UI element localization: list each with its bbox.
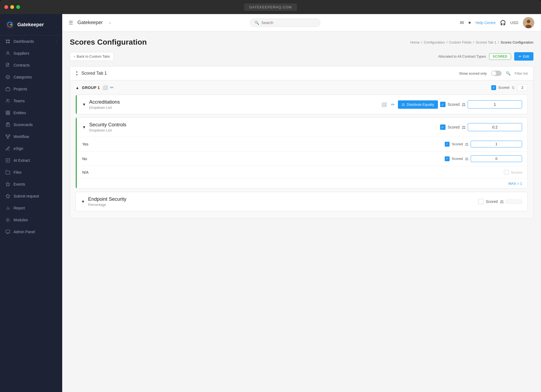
sidebar-item-entities[interactable]: Entities xyxy=(0,107,62,119)
breadcrumb-current: Scores Configuration xyxy=(501,40,533,44)
group-edit-icon[interactable]: ✏ xyxy=(110,85,114,90)
sidebar-item-files[interactable]: Files xyxy=(0,166,62,178)
search-box[interactable]: 🔍 xyxy=(250,19,320,27)
row-label: Yes xyxy=(82,142,445,146)
topnav-arrow: › xyxy=(109,21,111,25)
balance-scale-icon[interactable]: ⚖ xyxy=(462,102,466,107)
field-name: Security Controls xyxy=(89,122,437,128)
field-card-content: ▼ Endpoint Security Percentage Scored ⚖ xyxy=(76,192,527,211)
sidebar-item-dashboards[interactable]: Dashboards › xyxy=(0,35,62,47)
field-card-content: ▼ Security Controls Dropdown List ✓ Scor… xyxy=(77,118,527,188)
sidebar-item-projects[interactable]: Projects xyxy=(0,83,62,95)
menu-icon[interactable]: ☰ xyxy=(69,20,73,26)
page-content: Scores Configuration Home / Configuratio… xyxy=(62,31,541,392)
field-info: Accreditations Dropdown List xyxy=(89,99,377,110)
field-scored-checkbox-empty[interactable] xyxy=(478,199,484,204)
breadcrumb-home[interactable]: Home xyxy=(410,40,420,44)
field-scored-checkbox[interactable]: ✓ xyxy=(440,124,446,130)
row-score-input[interactable] xyxy=(471,141,522,147)
svg-rect-1 xyxy=(6,39,7,41)
row-actions: ✓ Scored ⚖ xyxy=(445,141,522,147)
sidebar-item-modules[interactable]: Modules xyxy=(0,214,62,226)
search-icon: 🔍 xyxy=(255,21,259,25)
sidebar-item-label: Categories xyxy=(14,75,32,79)
field-chevron-icon[interactable]: ▼ xyxy=(81,199,85,204)
svg-point-5 xyxy=(7,52,9,53)
avatar-image xyxy=(523,17,534,28)
group-container: ▲ GROUP 1 ⬜ ✏ ✓ Scored ⇅ 2 xyxy=(70,80,533,219)
sidebar-item-suppliers[interactable]: Suppliers xyxy=(0,47,62,59)
search-input[interactable] xyxy=(261,21,316,25)
field-row-na: N/A Scored xyxy=(77,166,527,179)
breadcrumb-sep: / xyxy=(421,40,422,44)
field-header-endpoint-security: ▼ Endpoint Security Percentage Scored ⚖ xyxy=(76,192,527,211)
row-check-na[interactable] xyxy=(504,170,509,175)
sidebar-item-teams[interactable]: Teams xyxy=(0,95,62,107)
currency-button[interactable]: USD xyxy=(510,21,518,25)
breadcrumb-custom-fields[interactable]: Custom Fields xyxy=(449,40,471,44)
minimize-button[interactable] xyxy=(10,5,14,9)
help-centre-button[interactable]: Help Centre xyxy=(476,21,496,25)
sidebar-item-label: Teams xyxy=(14,99,25,103)
row-balance-icon[interactable]: ⚖ xyxy=(465,142,469,146)
show-scored-label: Show scored only xyxy=(459,71,487,75)
field-copy-icon[interactable]: ⬜ xyxy=(380,101,388,108)
folder-icon xyxy=(5,170,10,175)
field-edit-icon[interactable]: ✏ xyxy=(390,101,396,108)
group-copy-icon[interactable]: ⬜ xyxy=(103,85,108,90)
group-scored-checkbox[interactable]: ✓ xyxy=(491,85,496,90)
svg-point-44 xyxy=(526,25,532,29)
field-chevron-icon[interactable]: ▼ xyxy=(82,125,86,129)
sidebar-item-submit-request[interactable]: Submit request xyxy=(0,190,62,202)
svg-rect-24 xyxy=(7,137,9,139)
sidebar-item-events[interactable]: Events xyxy=(0,178,62,190)
row-check-yes[interactable]: ✓ xyxy=(445,142,450,147)
pen-icon xyxy=(5,146,10,151)
topnav-actions: ✉ ● Help Centre 🎧 USD xyxy=(460,17,535,29)
distribute-equally-button[interactable]: ⚖ Distribute Equally xyxy=(398,100,438,109)
close-button[interactable] xyxy=(4,5,8,9)
filter-list-button[interactable]: Filter list xyxy=(515,71,528,75)
building-icon xyxy=(5,110,10,115)
sidebar-item-workflow[interactable]: Workflow xyxy=(0,131,62,143)
avatar[interactable] xyxy=(523,17,535,29)
field-score-input-inactive xyxy=(506,200,522,203)
field-type: Dropdown List xyxy=(89,106,377,110)
support-icon[interactable]: 🎧 xyxy=(500,20,506,26)
sidebar-item-report[interactable]: Report xyxy=(0,202,62,214)
field-scored-checkbox[interactable]: ✓ xyxy=(440,102,446,107)
field-scored-label: Scored xyxy=(448,125,460,129)
back-to-custom-tabs-button[interactable]: ‹ Back to Custom Tabs xyxy=(70,52,114,61)
group-chevron-icon[interactable]: ▲ xyxy=(75,85,79,90)
show-scored-toggle[interactable] xyxy=(491,71,502,76)
field-score-input[interactable] xyxy=(468,123,522,131)
field-card-inner: ▼ Security Controls Dropdown List ✓ Scor… xyxy=(76,118,527,188)
mail-icon[interactable]: ✉ xyxy=(460,20,464,26)
row-score-input[interactable] xyxy=(471,155,522,162)
user-icon xyxy=(5,51,10,56)
sidebar-arrow: › xyxy=(56,40,57,43)
breadcrumb-configuration[interactable]: Configuration xyxy=(424,40,445,44)
sidebar-item-scorecards[interactable]: Scorecards xyxy=(0,119,62,131)
field-chevron-icon[interactable]: ▼ xyxy=(82,102,86,107)
sidebar-item-ai-extract[interactable]: AI Extract xyxy=(0,154,62,166)
ai-icon xyxy=(5,158,10,163)
row-check-no[interactable]: ✓ xyxy=(445,156,450,161)
maximize-button[interactable] xyxy=(16,5,20,9)
breadcrumb-scored-tab[interactable]: Scored Tab 1 xyxy=(476,40,496,44)
field-card-inner: ▼ Endpoint Security Percentage Scored ⚖ xyxy=(76,192,527,211)
sidebar-item-categories[interactable]: Categories xyxy=(0,71,62,83)
tab-order-control[interactable]: ▲ ▼ xyxy=(75,70,78,76)
sidebar-item-esign[interactable]: eSign xyxy=(0,143,62,154)
user-avatar-svg xyxy=(523,17,534,29)
field-score-input[interactable] xyxy=(468,100,522,108)
help-icon[interactable]: ● xyxy=(468,20,471,25)
sidebar-item-contracts[interactable]: Contracts xyxy=(0,59,62,71)
group-drag-icon[interactable]: ⇅ xyxy=(512,85,515,90)
top-nav: ☰ Gatekeeper › 🔍 ✉ ● Help Centre 🎧 USD xyxy=(62,14,541,31)
row-balance-icon[interactable]: ⚖ xyxy=(465,157,469,161)
balance-scale-icon[interactable]: ⚖ xyxy=(462,125,466,130)
edit-button[interactable]: ✏ Edit xyxy=(514,52,533,61)
balance-scale-icon[interactable]: ⚖ xyxy=(500,199,504,204)
sidebar-item-admin-panel[interactable]: Admin Panel xyxy=(0,226,62,238)
